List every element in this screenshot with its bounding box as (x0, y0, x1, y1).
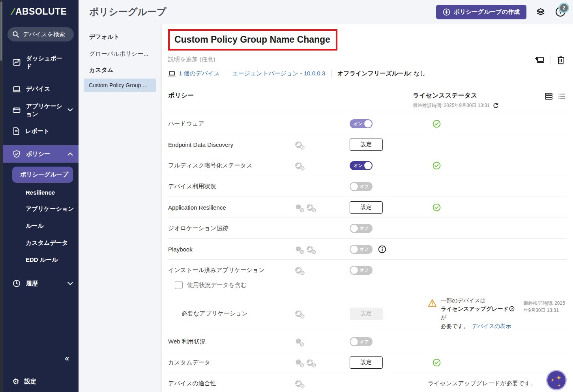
license-ok-icon (433, 161, 441, 170)
layers-icon[interactable] (535, 6, 546, 17)
dashboard-icon (12, 58, 21, 67)
ai-assistant-button[interactable]: ✦ ✦ ✦ (546, 370, 567, 390)
description-placeholder[interactable]: 説明を追加 (任意) (168, 56, 567, 63)
sidebar-collapse-button[interactable]: « (65, 354, 69, 363)
sidebar-subitem-1[interactable]: Resilience (3, 184, 79, 201)
license-status-column-header: ライセンスステータス (413, 92, 567, 100)
absolute-logo: / ABSOLUTE (3, 0, 79, 17)
stacked-rows-view-icon[interactable] (545, 92, 553, 100)
policy-name: Playbook (168, 246, 294, 253)
policy-toggle[interactable]: オン (350, 161, 373, 170)
chevron-up-icon (67, 152, 73, 156)
list-view-icon[interactable] (558, 92, 566, 100)
sidebar-item-devices[interactable]: デバイス (3, 81, 79, 98)
policy-name: Application Resilience (168, 204, 294, 211)
info-icon[interactable] (378, 245, 386, 253)
group-item-custom-policy-group[interactable]: Custom Policy Group ... (84, 79, 156, 92)
toggle-knob (350, 246, 358, 253)
platform-icons (294, 141, 350, 149)
refresh-icon[interactable] (493, 103, 499, 109)
policy-toggle[interactable]: オフ (350, 337, 373, 346)
license-ok-icon (433, 358, 441, 367)
create-policy-group-button[interactable]: ポリシーグループの作成 (436, 5, 526, 19)
policy-row: ジオロケーション追跡 オフ (168, 218, 567, 238)
sidebar-subitem-5[interactable]: EDD ルール (3, 251, 79, 268)
include-usage-data-checkbox[interactable] (175, 281, 183, 289)
offline-freeze-rule-value: なし (414, 70, 426, 77)
sidebar-subitem-3[interactable]: ルール (3, 218, 79, 234)
help-icon[interactable]: ? (509, 306, 515, 311)
sidebar-item-reports[interactable]: レポート (3, 122, 79, 140)
sidebar-subitem-4[interactable]: カスタムデータ (3, 234, 79, 251)
policy-toggle[interactable]: オン (350, 119, 373, 128)
search-icon (12, 31, 19, 38)
platform-icons (294, 203, 350, 212)
sidebar-item-policies[interactable]: ポリシー (3, 145, 79, 163)
policy-toggle[interactable]: オフ (350, 266, 373, 275)
sidebar-item-dashboard[interactable]: ダッシュボード (3, 50, 79, 75)
mac-unsupported-icon (294, 337, 302, 346)
configure-button[interactable]: 設定 (350, 356, 383, 369)
svg-text:?: ? (511, 307, 513, 311)
platform-icons (294, 337, 350, 346)
policy-toggle[interactable]: オフ (350, 224, 373, 233)
platform-icons (294, 379, 350, 388)
show-devices-link[interactable]: デバイスの表示 (472, 323, 511, 329)
toggle-knob (350, 266, 358, 274)
policy-name: デバイスの適合性 (168, 380, 294, 387)
chromeos-unsupported-icon (306, 358, 314, 367)
policy-name: インストール済みアプリケーション (168, 266, 294, 274)
sparkle-icon: ✦ (558, 383, 561, 388)
chevron-down-icon (67, 108, 73, 112)
history-clock-icon (12, 279, 21, 288)
policy-group-list: デフォルト グローバルポリシー... カスタム Custom Policy Gr… (79, 24, 162, 392)
policy-row: デバイスの適合性 ライセンスアップグレードが必要です。 (168, 373, 567, 392)
policy-toggle[interactable]: オフ (350, 182, 373, 191)
topbar: ポリシーグループ ポリシーグループの作成 ? 2 (79, 0, 573, 24)
sidebar-subitem-2[interactable]: アプリケーション (3, 201, 79, 218)
devices-count-link[interactable]: 1 個のデバイス (179, 70, 220, 77)
policy-row: デバイス利用状況 オフ (168, 176, 567, 197)
license-warning: 一部のデバイスは ライセンスアップグレード?が 必要です。 デバイスの表示 最終… (428, 296, 567, 331)
toggle-knob (350, 225, 358, 232)
agent-version-link[interactable]: エージェントバージョン - 10.0.0.3 (232, 70, 325, 77)
sidebar: / ABSOLUTE デバイスを検索 ダッシュボード デバイス アプリケーション (3, 0, 79, 392)
circle-plus-icon (443, 8, 450, 16)
sparkle-icon: ✦ (551, 377, 554, 383)
chevron-down-icon (67, 282, 73, 285)
configure-button[interactable]: 設定 (350, 139, 383, 151)
mac-unsupported-icon (294, 358, 302, 367)
policy-table-body: ハードウェア オン Endpoint Data Discovery 設定 フルデ… (168, 113, 567, 392)
warning-triangle-icon (428, 299, 437, 307)
chromeos-unsupported-icon (294, 141, 303, 149)
warning-last-verified: 最終検証時間: 2025年9月30日 13:31 (523, 300, 567, 314)
configure-button[interactable]: 設定 (350, 201, 383, 214)
delete-trash-icon[interactable] (556, 55, 565, 65)
scrollbar-thumb[interactable] (0, 2, 2, 61)
policy-toggle[interactable]: オフ (350, 245, 373, 254)
chromeos-unsupported-icon (306, 245, 314, 253)
policy-row: フルディスク暗号化ステータス オン (168, 155, 567, 176)
applications-icon (12, 106, 21, 114)
group-section-custom: カスタム (79, 66, 162, 74)
device-search-input[interactable]: デバイスを検索 (7, 27, 74, 41)
sidebar-item-history[interactable]: 履歴 (3, 275, 79, 292)
gear-icon: ⚙ (12, 377, 19, 385)
policy-row: Web 利用状況 オフ (168, 331, 567, 352)
sidebar-item-applications[interactable]: アプリケーション (3, 98, 79, 123)
chromeos-unsupported-icon (294, 309, 303, 318)
toggle-knob (350, 183, 358, 190)
laptop-icon (168, 71, 176, 77)
sidebar-item-settings[interactable]: ⚙ 設定 (3, 373, 79, 390)
left-scrollbar[interactable] (0, 0, 3, 392)
policy-group-name[interactable]: Custom Policy Group Name Change (174, 34, 330, 45)
reports-icon (12, 127, 20, 135)
policy-name: Web 利用状況 (168, 338, 294, 345)
devices-icon (12, 85, 21, 94)
policy-name: カスタムデータ (168, 359, 294, 366)
group-item-global-policy[interactable]: グローバルポリシー... (79, 50, 162, 58)
policy-name: デバイス利用状況 (168, 183, 294, 190)
assign-devices-icon[interactable] (535, 55, 545, 65)
sidebar-subitem-policy-groups[interactable]: ポリシーグループ (12, 167, 73, 183)
help-button[interactable]: ? 2 (555, 6, 566, 17)
